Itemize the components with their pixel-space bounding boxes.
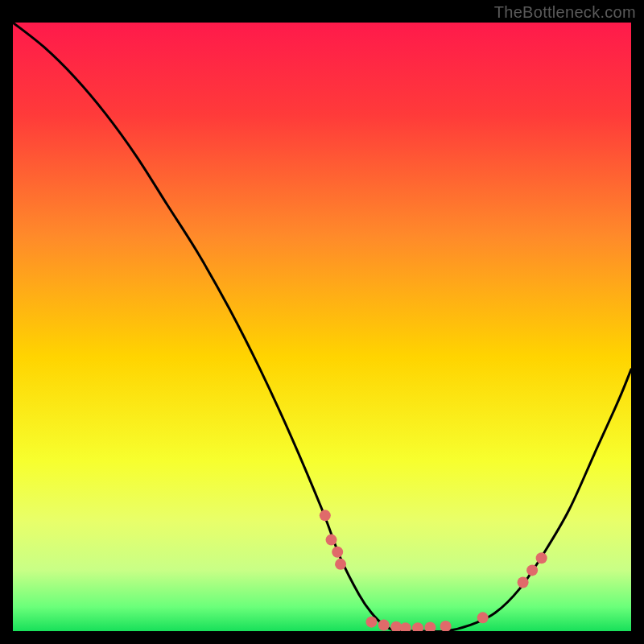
marker-dot bbox=[335, 559, 346, 570]
plot-area bbox=[13, 23, 631, 631]
marker-dot bbox=[326, 535, 337, 546]
marker-dot bbox=[536, 552, 547, 564]
marker-dot bbox=[320, 510, 331, 521]
marker-dot bbox=[518, 577, 529, 588]
marker-dot bbox=[378, 619, 390, 630]
chart-frame: TheBottleneck.com bbox=[0, 0, 644, 644]
watermark-text: TheBottleneck.com bbox=[494, 3, 636, 22]
marker-dot bbox=[526, 564, 538, 576]
marker-dot bbox=[365, 617, 377, 628]
chart-svg bbox=[13, 23, 631, 631]
marker-dot bbox=[332, 547, 343, 558]
marker-dot bbox=[477, 612, 489, 623]
